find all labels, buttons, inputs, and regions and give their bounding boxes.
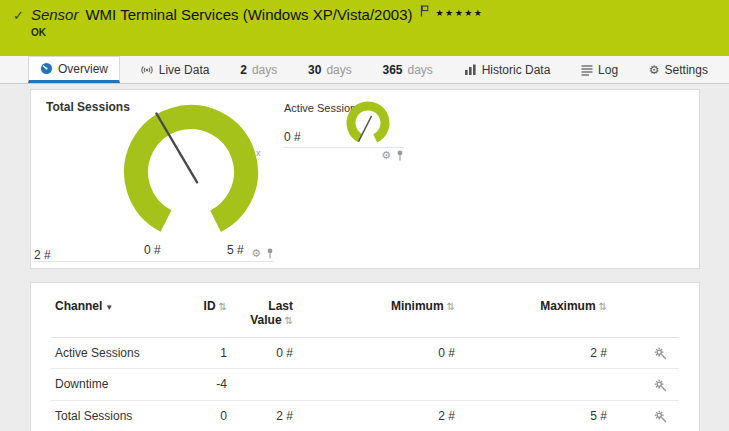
col-label: Channel (55, 299, 102, 313)
total-scale-max: 5 # (227, 243, 244, 257)
tab-bar: Overview Live Data 2 days 30 days 365 da… (0, 56, 729, 84)
gauges-panel: Total Sessions x 2 # 0 # 5 # ⚙ Active Se… (30, 89, 700, 269)
tab-log[interactable]: Log (570, 56, 629, 83)
tab-2-days[interactable]: 2 days (229, 56, 288, 83)
tab-label: Log (598, 63, 618, 77)
channel-settings-icon[interactable] (654, 379, 667, 392)
table-header-row: Channel▼ ID⇅ Last Value⇅ Minimum⇅ Maximu… (51, 295, 679, 338)
priority-stars[interactable]: ★★★★★ (436, 8, 484, 18)
cell-maximum (459, 369, 611, 400)
total-current-value: 2 # (34, 248, 51, 262)
cell-id: 1 (191, 338, 231, 369)
sort-icon: ⇅ (219, 301, 227, 312)
col-header-id[interactable]: ID⇅ (191, 295, 231, 338)
prtg-sensor-page: ✓ Sensor WMI Terminal Services (Windows … (0, 0, 729, 431)
cell-minimum: 0 # (297, 338, 459, 369)
tab-label: Overview (58, 62, 108, 76)
tab-overview[interactable]: Overview (28, 56, 120, 83)
tab-30-days[interactable]: 30 days (297, 56, 363, 83)
col-header-minimum[interactable]: Minimum⇅ (297, 295, 459, 338)
divider (284, 147, 404, 148)
cell-last-value (231, 369, 297, 400)
col-header-channel[interactable]: Channel▼ (51, 295, 191, 338)
tab-label: Historic Data (482, 63, 551, 77)
title-line: Sensor WMI Terminal Services (Windows XP… (31, 6, 483, 23)
object-kind-label: Sensor (31, 6, 79, 23)
col-header-actions (611, 295, 679, 338)
col-label: Minimum (391, 299, 444, 313)
tab-label: Settings (665, 63, 708, 77)
cell-channel: Downtime (51, 369, 191, 400)
title-block: Sensor WMI Terminal Services (Windows XP… (31, 6, 483, 56)
active-sessions-gauge (340, 97, 396, 151)
total-scale-min: 0 # (144, 243, 161, 257)
channel-settings-icon[interactable] (654, 347, 667, 360)
cell-last-value: 2 # (231, 400, 297, 431)
log-list-icon (581, 64, 593, 76)
status-ok-check-icon: ✓ (13, 8, 24, 56)
pin-icon[interactable] (396, 150, 404, 161)
col-header-maximum[interactable]: Maximum⇅ (459, 295, 611, 338)
cell-channel: Active Sessions (51, 338, 191, 369)
tab-label: 30 (308, 63, 321, 77)
cell-maximum: 2 # (459, 338, 611, 369)
live-data-icon (140, 64, 154, 76)
tab-unit-label: days (408, 63, 433, 77)
tab-label: Live Data (159, 63, 210, 77)
cell-channel: Total Sessions (51, 400, 191, 431)
col-label: Maximum (540, 299, 595, 313)
cell-id: 0 (191, 400, 231, 431)
tab-label: 2 (240, 63, 247, 77)
flag-icon[interactable] (420, 5, 429, 20)
cell-maximum: 5 # (459, 400, 611, 431)
tab-unit-label: days (326, 63, 351, 77)
gauge-icon-group: ⚙ (284, 150, 404, 161)
tab-365-days[interactable]: 365 days (371, 56, 443, 83)
status-badge: OK (31, 27, 483, 38)
tab-live-data[interactable]: Live Data (129, 56, 221, 83)
tab-historic-data[interactable]: Historic Data (453, 56, 562, 83)
page-title: WMI Terminal Services (Windows XP/Vista/… (85, 6, 412, 23)
historic-data-chart-icon (464, 64, 477, 76)
channel-settings-icon[interactable] (654, 410, 667, 423)
cell-last-value: 0 # (231, 338, 297, 369)
cell-minimum: 2 # (297, 400, 459, 431)
tab-settings[interactable]: ⚙ Settings (638, 56, 719, 83)
total-gauge-footer: 2 # 0 # 5 # ⚙ (34, 240, 274, 262)
col-header-last-value[interactable]: Last Value⇅ (231, 295, 297, 338)
gauge-icon-group: ⚙ (251, 248, 274, 259)
total-sessions-gauge: x (96, 90, 286, 250)
cell-id: -4 (191, 369, 231, 400)
gear-icon: ⚙ (649, 64, 660, 76)
sort-icon: ⇅ (447, 301, 455, 312)
channel-sort-caret-icon: ▼ (105, 303, 113, 312)
overview-gauge-icon (40, 62, 53, 75)
channels-panel: Channel▼ ID⇅ Last Value⇅ Minimum⇅ Maximu… (30, 282, 700, 431)
table-row: Downtime -4 (51, 369, 679, 400)
gauge-marker-label: x (256, 148, 261, 158)
pin-icon[interactable] (266, 248, 274, 259)
active-current-value: 0 # (284, 130, 301, 144)
cell-minimum (297, 369, 459, 400)
sort-icon: ⇅ (285, 315, 293, 326)
gauge-settings-icon[interactable]: ⚙ (381, 150, 391, 161)
main-content: Total Sessions x 2 # 0 # 5 # ⚙ Active Se… (0, 84, 729, 431)
table-row: Total Sessions 0 2 # 2 # 5 # (51, 400, 679, 431)
col-label: ID (204, 299, 216, 313)
gauge-settings-icon[interactable]: ⚙ (251, 248, 261, 259)
tab-unit-label: days (252, 63, 277, 77)
sensor-header: ✓ Sensor WMI Terminal Services (Windows … (0, 0, 729, 56)
channels-table: Channel▼ ID⇅ Last Value⇅ Minimum⇅ Maximu… (51, 295, 679, 431)
tab-label: 365 (382, 63, 402, 77)
table-row: Active Sessions 1 0 # 0 # 2 # (51, 338, 679, 369)
sort-icon: ⇅ (599, 301, 607, 312)
